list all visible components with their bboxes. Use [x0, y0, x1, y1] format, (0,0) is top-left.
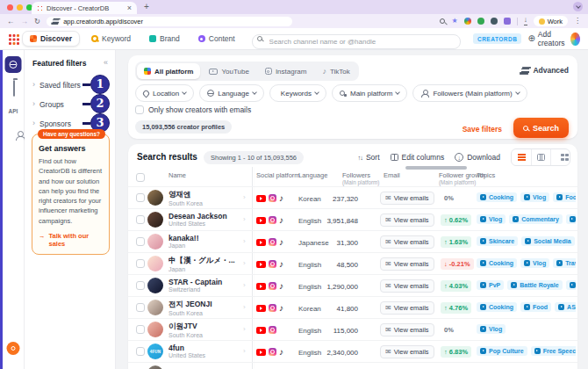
view-emails-button[interactable]: ✉View emails — [380, 279, 434, 293]
topic-tag[interactable]: ASMR — [555, 302, 576, 312]
tab-search-chevron-icon[interactable] — [573, 2, 583, 11]
emails-only-checkbox[interactable] — [135, 105, 144, 114]
table-row[interactable]: 4FUN4funUnited States›♪English2,340,000✉… — [128, 340, 577, 362]
tiktok-icon[interactable]: ♪ — [279, 195, 283, 202]
topic-tag[interactable]: Vlog — [520, 258, 549, 268]
row-expand-chevron[interactable]: › — [243, 259, 246, 267]
horizontal-scrollbar[interactable] — [405, 166, 467, 170]
sidebar-item-groups[interactable]: ›Groups2 — [25, 97, 116, 112]
tiktok-icon[interactable]: ♪ — [279, 305, 283, 312]
close-window-button[interactable] — [7, 4, 13, 11]
view-emails-button[interactable]: ✉View emails — [380, 192, 434, 205]
table-row[interactable] — [128, 362, 577, 369]
topic-tag[interactable]: Vlog — [477, 214, 506, 224]
back-button[interactable]: ← — [7, 18, 15, 25]
topic-tag[interactable]: Vlog — [520, 192, 549, 202]
topic-tag[interactable]: Food — [553, 192, 576, 202]
minimize-window-button[interactable] — [17, 4, 23, 11]
instagram-icon[interactable] — [269, 216, 276, 224]
instagram-icon[interactable] — [269, 238, 276, 246]
row-checkbox[interactable] — [136, 325, 145, 334]
tiktok-icon[interactable]: ♪ — [279, 261, 283, 268]
download-button[interactable]: ↓ Download — [455, 153, 500, 162]
row-expand-chevron[interactable]: › — [243, 237, 246, 245]
view-emails-button[interactable]: ✉View emails — [380, 323, 434, 336]
topic-tag[interactable]: Social Media — [521, 236, 574, 246]
rail-discover-icon[interactable] — [5, 56, 22, 73]
app-nav-content[interactable]: Content — [191, 32, 242, 46]
add-creators-button[interactable]: ⊕ Add creators — [527, 30, 564, 47]
filter-chip-main-platform[interactable]: Main platform — [332, 84, 407, 102]
table-row[interactable]: 전지 JEONJISouth Korea›♪Korean41,800✉View … — [128, 296, 577, 318]
platform-tab-instagram[interactable]: Instagram — [258, 63, 314, 79]
platform-tab-tiktok[interactable]: ♪TikTok — [315, 63, 356, 79]
rail-projects-icon[interactable] — [13, 80, 15, 97]
table-row[interactable]: Desean JacksonUnited States›♪English3,95… — [128, 208, 577, 230]
row-expand-chevron[interactable]: › — [243, 215, 246, 223]
channel-search-input[interactable] — [252, 34, 461, 49]
topic-tag[interactable]: Free Speech — [531, 346, 576, 356]
topic-tag[interactable]: Skincare — [477, 236, 518, 246]
topic-tag[interactable]: PvP — [477, 280, 504, 290]
topic-tag[interactable]: Battle Royale — [507, 280, 562, 290]
filter-chip-language[interactable]: Language — [199, 84, 264, 102]
instagram-icon[interactable] — [269, 282, 276, 290]
youtube-icon[interactable] — [256, 349, 266, 356]
address-bar[interactable]: app.creatordb.app/discover — [47, 17, 292, 26]
row-expand-chevron[interactable]: › — [243, 347, 246, 355]
user-avatar[interactable] — [570, 33, 580, 46]
instagram-icon[interactable] — [269, 304, 276, 312]
extensions-puzzle-icon[interactable] — [504, 18, 511, 25]
filter-chip-followers-main-platform-[interactable]: Followers (Main platform) — [412, 84, 527, 102]
new-tab-button[interactable]: + — [144, 2, 149, 11]
topic-tag[interactable]: Cooking — [477, 192, 517, 202]
forward-button[interactable]: → — [21, 18, 29, 25]
row-expand-chevron[interactable]: › — [243, 193, 246, 201]
emails-only-checkbox-row[interactable]: Only show creators with emails — [135, 105, 251, 114]
youtube-icon[interactable] — [256, 283, 266, 290]
topic-tag[interactable]: Vlog — [477, 324, 506, 334]
table-row[interactable]: kanaka!!Japan›♪Japanese31,300✉View email… — [128, 230, 577, 252]
sort-button[interactable]: ↑↓ Sort — [357, 153, 379, 162]
edit-columns-button[interactable]: Edit columns — [391, 153, 445, 162]
downloads-icon[interactable]: ↓ — [524, 17, 527, 25]
creatordb-logo[interactable] — [8, 33, 16, 45]
app-nav-discover[interactable]: Discover — [22, 31, 80, 47]
youtube-icon[interactable] — [256, 327, 266, 334]
youtube-icon[interactable] — [256, 239, 266, 246]
extension-icon[interactable] — [477, 18, 484, 25]
view-emails-button[interactable]: ✉View emails — [380, 257, 434, 271]
row-checkbox[interactable] — [136, 237, 145, 246]
table-row[interactable]: 이원JTVSouth Korea›English115,000✉View ema… — [128, 318, 577, 340]
topic-tag[interactable]: Pop Culture — [477, 346, 527, 356]
tiktok-icon[interactable]: ♪ — [279, 217, 283, 224]
row-expand-chevron[interactable]: › — [243, 325, 246, 333]
select-all-checkbox[interactable] — [136, 173, 145, 182]
tab-close-icon[interactable]: × — [127, 4, 132, 12]
topic-tag[interactable]: Food — [520, 302, 551, 312]
view-emails-button[interactable]: ✉View emails — [380, 213, 434, 227]
row-checkbox[interactable] — [136, 303, 145, 312]
view-emails-button[interactable]: ✉View emails — [380, 345, 434, 358]
collapse-panel-icon[interactable]: « — [104, 58, 108, 67]
view-emails-button[interactable]: ✉View emails — [380, 301, 434, 315]
rail-api-icon[interactable]: API — [9, 108, 18, 114]
instagram-icon[interactable] — [269, 260, 276, 268]
site-settings-icon[interactable] — [53, 18, 59, 24]
browser-tab[interactable]: Discover - CreatorDB × — [32, 2, 137, 14]
table-view-button[interactable] — [531, 149, 550, 165]
topic-tag[interactable]: Celebrity — [566, 214, 576, 224]
talk-with-sales-link[interactable]: → Talk with our sales — [39, 232, 103, 248]
app-nav-brand[interactable]: Brand — [142, 32, 187, 46]
table-row[interactable]: 영재엔South Korea›♪Korean237,320✉View email… — [128, 186, 577, 208]
youtube-icon[interactable] — [256, 195, 266, 202]
tiktok-icon[interactable]: ♪ — [279, 283, 283, 290]
topic-tag[interactable]: Mobile — [566, 280, 576, 290]
search-button[interactable]: Search — [513, 118, 569, 138]
youtube-icon[interactable] — [256, 305, 266, 312]
topic-tag[interactable]: Cooking — [477, 302, 517, 312]
row-checkbox[interactable] — [136, 347, 145, 356]
extension-icon[interactable] — [491, 18, 498, 25]
reload-button[interactable]: ↻ — [34, 18, 40, 25]
app-nav-keyword[interactable]: Keyword — [84, 32, 138, 46]
